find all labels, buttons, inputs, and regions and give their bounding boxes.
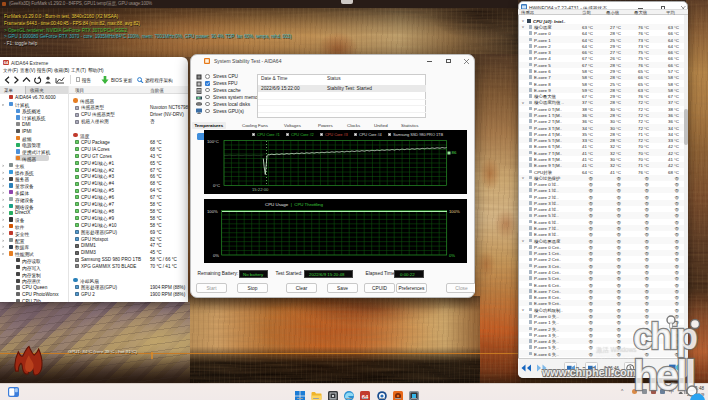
svg-text:chip: chip [633,316,697,357]
svg-text:hell: hell [633,352,694,399]
